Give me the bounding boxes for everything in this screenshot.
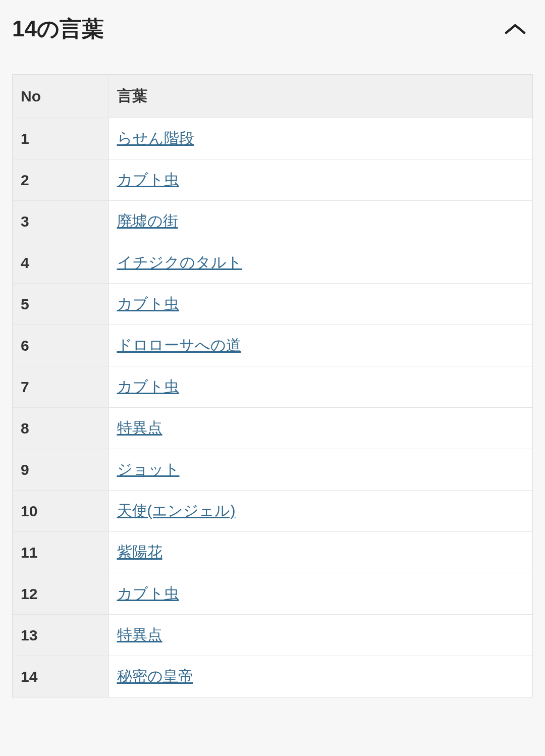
table-row: 13特異点 <box>13 615 532 656</box>
row-no: 1 <box>13 118 108 159</box>
table-row: 2カブト虫 <box>13 159 532 201</box>
collapse-toggle[interactable] <box>503 22 528 37</box>
word-link[interactable]: ジョット <box>117 461 180 477</box>
column-header-no: No <box>13 75 108 118</box>
row-word-cell: イチジクのタルト <box>108 242 532 284</box>
row-word-cell: ドロローサへの道 <box>108 325 532 366</box>
row-word-cell: カブト虫 <box>108 284 532 325</box>
row-word-cell: カブト虫 <box>108 366 532 408</box>
word-link[interactable]: カブト虫 <box>117 585 179 602</box>
row-no: 13 <box>13 615 108 656</box>
word-link[interactable]: 特異点 <box>117 419 162 436</box>
section-title: 14の言葉 <box>12 14 104 44</box>
table-row: 9ジョット <box>13 449 532 491</box>
row-no: 11 <box>13 532 108 573</box>
row-no: 8 <box>13 408 108 449</box>
row-no: 2 <box>13 159 108 201</box>
word-link[interactable]: イチジクのタルト <box>117 254 242 271</box>
word-link[interactable]: 秘密の皇帝 <box>117 668 193 684</box>
table-row: 14秘密の皇帝 <box>13 656 532 697</box>
row-no: 4 <box>13 242 108 284</box>
words-table: No 言葉 1らせん階段2カブト虫3廃墟の街4イチジクのタルト5カブト虫6ドロロ… <box>13 75 532 697</box>
row-no: 9 <box>13 449 108 491</box>
section-header: 14の言葉 <box>12 14 533 44</box>
word-link[interactable]: らせん階段 <box>117 130 194 146</box>
table-header-row: No 言葉 <box>13 75 532 118</box>
row-no: 3 <box>13 201 108 242</box>
row-word-cell: カブト虫 <box>108 573 532 615</box>
word-link[interactable]: カブト虫 <box>117 171 179 188</box>
table-row: 10天使(エンジェル) <box>13 491 532 532</box>
words-table-container: No 言葉 1らせん階段2カブト虫3廃墟の街4イチジクのタルト5カブト虫6ドロロ… <box>12 74 533 697</box>
row-no: 6 <box>13 325 108 366</box>
row-no: 5 <box>13 284 108 325</box>
row-word-cell: 廃墟の街 <box>108 201 532 242</box>
row-word-cell: 天使(エンジェル) <box>108 491 532 532</box>
chevron-up-icon <box>504 23 526 36</box>
table-row: 11紫陽花 <box>13 532 532 573</box>
table-row: 5カブト虫 <box>13 284 532 325</box>
row-word-cell: ジョット <box>108 449 532 491</box>
row-word-cell: 特異点 <box>108 615 532 656</box>
row-no: 7 <box>13 366 108 408</box>
table-row: 4イチジクのタルト <box>13 242 532 284</box>
table-row: 7カブト虫 <box>13 366 532 408</box>
word-link[interactable]: 廃墟の街 <box>117 212 178 229</box>
row-no: 12 <box>13 573 108 615</box>
row-word-cell: 特異点 <box>108 408 532 449</box>
word-link[interactable]: カブト虫 <box>117 295 179 312</box>
row-word-cell: 紫陽花 <box>108 532 532 573</box>
row-no: 10 <box>13 491 108 532</box>
word-link[interactable]: カブト虫 <box>117 378 179 395</box>
table-row: 8特異点 <box>13 408 532 449</box>
word-link[interactable]: 天使(エンジェル) <box>117 502 236 519</box>
table-row: 3廃墟の街 <box>13 201 532 242</box>
word-link[interactable]: ドロローサへの道 <box>117 337 241 353</box>
column-header-word: 言葉 <box>108 75 532 118</box>
table-row: 12カブト虫 <box>13 573 532 615</box>
row-no: 14 <box>13 656 108 697</box>
row-word-cell: らせん階段 <box>108 118 532 159</box>
row-word-cell: カブト虫 <box>108 159 532 201</box>
table-row: 1らせん階段 <box>13 118 532 159</box>
table-row: 6ドロローサへの道 <box>13 325 532 366</box>
word-link[interactable]: 特異点 <box>117 626 162 643</box>
row-word-cell: 秘密の皇帝 <box>108 656 532 697</box>
word-link[interactable]: 紫陽花 <box>117 544 162 560</box>
